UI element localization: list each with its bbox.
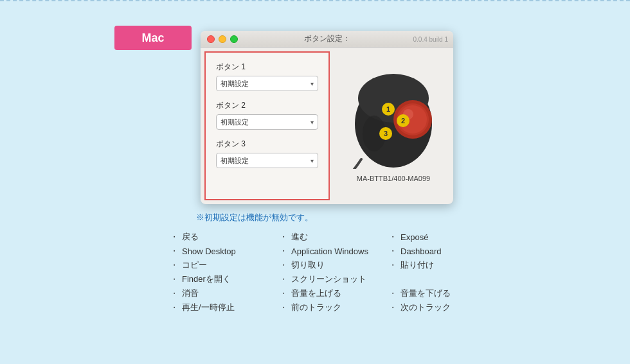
- feature-col1-item6: ・Dashboard: [389, 244, 498, 258]
- minimize-button[interactable]: [219, 35, 226, 43]
- bullet-icon: ・: [170, 302, 178, 313]
- close-button[interactable]: [207, 35, 215, 43]
- bullet-icon: ・: [170, 288, 178, 299]
- bullet-icon: ・: [280, 274, 287, 285]
- window-body: ボタン 1 初期設定 ▾ ボタン 2 初期設定 ▾ ボタン 3 初期設定 ▾: [201, 48, 453, 204]
- button2-value: 初期設定: [221, 117, 249, 127]
- button1-value: 初期設定: [221, 79, 249, 89]
- button3-arrow-icon: ▾: [310, 157, 314, 164]
- mouse-illustration: 1 2 3: [342, 69, 445, 172]
- feature-col3-item5: ・前のトラック: [280, 300, 389, 315]
- bullet-icon: ・: [170, 246, 178, 257]
- button1-arrow-icon: ▾: [310, 80, 314, 87]
- feature-col2-item2: ・切り取り: [280, 258, 389, 272]
- button-settings-panel: ボタン 1 初期設定 ▾ ボタン 2 初期設定 ▾ ボタン 3 初期設定 ▾: [204, 51, 330, 200]
- bullet-icon: ・: [280, 246, 287, 257]
- bullet-icon: ・: [389, 246, 397, 257]
- svg-text:1: 1: [386, 105, 390, 113]
- button2-label: ボタン 2: [216, 100, 318, 111]
- bullet-icon: ・: [170, 232, 178, 243]
- feature-col1-item3: ・Exposé: [389, 230, 498, 244]
- mac-label: Mac: [114, 26, 192, 50]
- button3-label: ボタン 3: [216, 139, 318, 150]
- feature-col2-item3: ・貼り付け: [389, 258, 498, 272]
- bullet-icon: ・: [389, 288, 397, 299]
- feature-col3-item4: ・再生/一時停止: [170, 300, 280, 315]
- feature-col1-item4: ・Show Desktop: [170, 244, 280, 258]
- button3-group: ボタン 3 初期設定 ▾: [216, 139, 318, 168]
- button2-select[interactable]: 初期設定 ▾: [216, 114, 318, 130]
- top-border: [0, 0, 630, 4]
- mouse-image-panel: 1 2 3 MA-BTTB1/400-MA099: [334, 48, 453, 204]
- bullet-icon: ・: [280, 232, 287, 243]
- bullet-icon: ・: [389, 260, 397, 271]
- feature-col3-item2: ・音量を上げる: [280, 286, 389, 300]
- window-title: ボタン設定：: [304, 33, 350, 44]
- feature-col2-item1: ・コピー: [170, 258, 280, 272]
- feature-col2-item6: [389, 272, 498, 286]
- bullet-icon: ・: [280, 302, 287, 313]
- feature-col1-item2: ・進む: [280, 230, 389, 244]
- button1-label: ボタン 1: [216, 62, 318, 73]
- feature-list: ・戻る ・進む ・Exposé ・Show Desktop ・Applicati…: [170, 230, 498, 315]
- button1-select[interactable]: 初期設定 ▾: [216, 76, 318, 91]
- svg-text:3: 3: [384, 130, 388, 137]
- bullet-icon: ・: [170, 260, 178, 271]
- bullet-icon: ・: [280, 288, 287, 299]
- window-titlebar: ボタン設定： 0.0.4 build 1: [201, 31, 453, 48]
- feature-col3-item3: ・音量を下げる: [389, 286, 498, 300]
- feature-col1-item5: ・Application Windows: [280, 244, 389, 258]
- bullet-icon: ・: [280, 260, 287, 271]
- button2-arrow-icon: ▾: [310, 119, 314, 126]
- mouse-model-name: MA-BTTB1/400-MA099: [357, 175, 430, 182]
- feature-col2-item5: ・スクリーンショット: [280, 272, 389, 286]
- feature-col1-item1: ・戻る: [170, 230, 280, 244]
- feature-col2-item4: ・Finderを開く: [170, 272, 280, 286]
- maximize-button[interactable]: [230, 35, 238, 43]
- button3-select[interactable]: 初期設定 ▾: [216, 153, 318, 168]
- button2-group: ボタン 2 初期設定 ▾: [216, 100, 318, 130]
- feature-col3-item6: ・次のトラック: [389, 300, 498, 315]
- note-text: ※初期設定は機能が無効です。: [196, 212, 313, 223]
- app-window: ボタン設定： 0.0.4 build 1 ボタン 1 初期設定 ▾ ボタン 2 …: [201, 31, 453, 204]
- bullet-icon: ・: [389, 302, 397, 313]
- bullet-icon: ・: [170, 274, 178, 285]
- button3-value: 初期設定: [221, 156, 249, 166]
- traffic-lights: [207, 35, 238, 43]
- button1-group: ボタン 1 初期設定 ▾: [216, 62, 318, 91]
- svg-text:2: 2: [401, 117, 405, 125]
- window-version: 0.0.4 build 1: [413, 35, 449, 42]
- feature-col3-item1: ・消音: [170, 286, 280, 300]
- bullet-icon: ・: [389, 232, 397, 243]
